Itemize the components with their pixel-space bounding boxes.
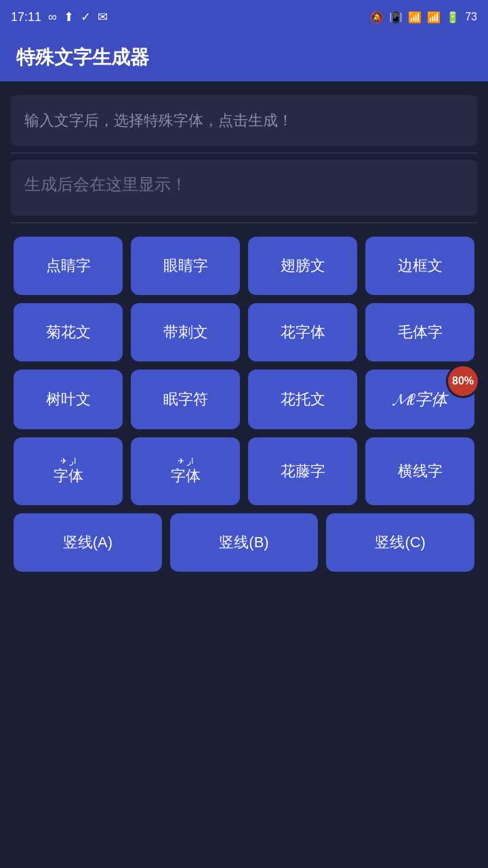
btn-zhu-xian-c[interactable]: 竖线(C): [326, 513, 474, 572]
button-row-3: 树叶文 眠字符 花托文 𝓜ℓ字体 80%: [11, 370, 477, 429]
check-icon: ✓: [81, 9, 91, 24]
btn-bian-kuang[interactable]: 边框文: [365, 237, 474, 295]
section-divider: [11, 222, 477, 223]
btn-ml-zi[interactable]: 𝓜ℓ字体 80%: [365, 370, 474, 429]
battery-level: 73: [465, 11, 477, 23]
button-row-5: 竖线(A) 竖线(B) 竖线(C): [11, 513, 477, 572]
input-area: 输入文字后，选择特殊字体，点击生成！: [11, 95, 477, 146]
input-placeholder: 输入文字后，选择特殊字体，点击生成！: [24, 112, 293, 129]
btn-shu-ye[interactable]: 树叶文: [14, 370, 123, 429]
upload-icon: ⬆: [64, 9, 74, 24]
button-row-4: ✈ ار 字体 ✈ ار 字体 花藤字 横线字: [11, 437, 477, 505]
btn-arabic-a[interactable]: ✈ ار 字体: [14, 437, 123, 505]
arabic-a-prefix: ✈ ار: [19, 456, 117, 466]
time-display: 17:11: [11, 10, 41, 24]
btn-mao-ti[interactable]: 毛体字: [365, 303, 474, 361]
btn-hua-zi[interactable]: 花字体: [248, 303, 357, 361]
app-bar: 特殊文字生成器: [0, 34, 488, 81]
infinity-icon: ∞: [48, 10, 57, 24]
btn-heng-xian[interactable]: 横线字: [365, 437, 474, 505]
mail-icon: ✉: [98, 9, 108, 24]
btn-chi-bang[interactable]: 翅膀文: [248, 237, 357, 295]
btn-dian-jing[interactable]: 点睛字: [14, 237, 123, 295]
btn-mian-zi[interactable]: 眠字符: [131, 370, 240, 429]
wifi-icon: 📶: [408, 11, 422, 24]
input-divider: [11, 153, 477, 153]
app-title: 特殊文字生成器: [16, 45, 149, 71]
button-row-2: 菊花文 带刺文 花字体 毛体字: [11, 303, 477, 361]
status-bar: 17:11 ∞ ⬆ ✓ ✉ 🔕 📳 📶 📶 🔋 73: [0, 0, 488, 34]
badge-80-percent: 80%: [446, 364, 480, 398]
mute-icon: 🔕: [370, 11, 384, 24]
btn-yan-jing[interactable]: 眼睛字: [131, 237, 240, 295]
status-right: 🔕 📳 📶 📶 🔋 73: [370, 11, 477, 24]
btn-zhu-xian-a[interactable]: 竖线(A): [14, 513, 162, 572]
btn-ju-hua[interactable]: 菊花文: [14, 303, 123, 361]
btn-dai-ci[interactable]: 带刺文: [131, 303, 240, 361]
battery-icon: 🔋: [446, 11, 460, 24]
arabic-a-label: 字体: [54, 467, 83, 484]
output-area: 生成后会在这里显示！: [11, 160, 477, 216]
button-row-1: 点睛字 眼睛字 翅膀文 边框文: [11, 237, 477, 295]
output-placeholder: 生成后会在这里显示！: [24, 175, 187, 193]
main-content: 输入文字后，选择特殊字体，点击生成！ 生成后会在这里显示！ 点睛字 眼睛字 翅膀…: [0, 81, 488, 585]
btn-hua-tuo[interactable]: 花托文: [248, 370, 357, 429]
signal-icon: 📶: [427, 11, 441, 24]
arabic-b-prefix: ✈ ار: [136, 456, 235, 466]
vibrate-icon: 📳: [389, 11, 403, 24]
status-left: 17:11 ∞ ⬆ ✓ ✉: [11, 9, 108, 24]
ml-font-label: 𝓜ℓ字体: [392, 390, 447, 408]
arabic-b-label: 字体: [171, 467, 201, 484]
btn-arabic-b[interactable]: ✈ ار 字体: [131, 437, 240, 505]
btn-hua-teng[interactable]: 花藤字: [248, 437, 357, 505]
btn-zhu-xian-b[interactable]: 竖线(B): [170, 513, 319, 572]
